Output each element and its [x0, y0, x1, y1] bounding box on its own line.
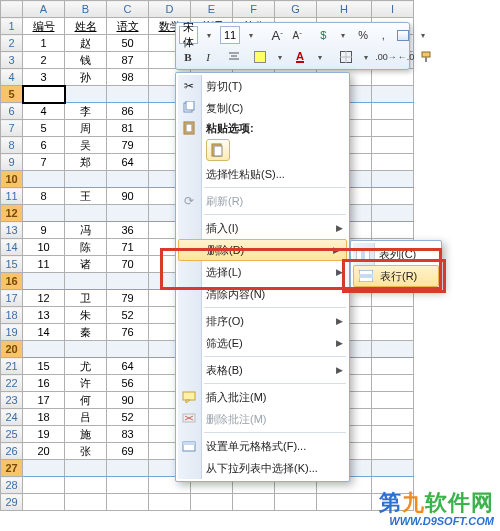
col-header-i[interactable]: I: [372, 1, 414, 18]
cell[interactable]: 81: [107, 120, 149, 137]
col-header-g[interactable]: G: [275, 1, 317, 18]
cell[interactable]: [372, 358, 414, 375]
row-header[interactable]: 3: [1, 52, 23, 69]
cell[interactable]: 钱: [65, 52, 107, 69]
cell[interactable]: [372, 409, 414, 426]
cell[interactable]: 5: [23, 120, 65, 137]
italic-button[interactable]: I: [199, 48, 217, 66]
cell[interactable]: 90: [107, 188, 149, 205]
cell[interactable]: 90: [107, 392, 149, 409]
cell[interactable]: [107, 273, 149, 290]
cell[interactable]: [65, 341, 107, 358]
row-header[interactable]: 11: [1, 188, 23, 205]
row-header[interactable]: 22: [1, 375, 23, 392]
cell[interactable]: [65, 494, 107, 511]
cell[interactable]: 79: [107, 290, 149, 307]
row-header[interactable]: 9: [1, 154, 23, 171]
submenu-table-columns[interactable]: 表列(C): [351, 243, 441, 265]
cell[interactable]: 2: [23, 52, 65, 69]
cell[interactable]: 83: [107, 426, 149, 443]
cell[interactable]: 赵: [65, 35, 107, 52]
row-header[interactable]: 20: [1, 341, 23, 358]
borders-button[interactable]: [337, 48, 355, 66]
cell[interactable]: 施: [65, 426, 107, 443]
ctx-format-cells[interactable]: 设置单元格格式(F)...: [176, 435, 349, 457]
row-header[interactable]: 5: [1, 86, 23, 103]
dropdown-icon[interactable]: ▾: [357, 48, 375, 66]
cell[interactable]: [372, 69, 414, 86]
col-header-d[interactable]: D: [149, 1, 191, 18]
row-header[interactable]: 21: [1, 358, 23, 375]
row-header[interactable]: 12: [1, 205, 23, 222]
accounting-format-button[interactable]: $: [314, 26, 332, 44]
ctx-select[interactable]: 选择(L) ▶: [176, 261, 349, 283]
row-header[interactable]: 6: [1, 103, 23, 120]
percent-button[interactable]: %: [354, 26, 372, 44]
cell[interactable]: 14: [23, 324, 65, 341]
cell[interactable]: 71: [107, 239, 149, 256]
cell[interactable]: 18: [23, 409, 65, 426]
cell[interactable]: 尤: [65, 358, 107, 375]
row-header[interactable]: 26: [1, 443, 23, 460]
cell[interactable]: [23, 171, 65, 188]
cell[interactable]: 8: [23, 188, 65, 205]
cell[interactable]: 语文: [107, 18, 149, 35]
increase-decimal-button[interactable]: .00→: [377, 48, 395, 66]
cell[interactable]: [372, 222, 414, 239]
dropdown-icon[interactable]: ▾: [334, 26, 352, 44]
cell[interactable]: [23, 477, 65, 494]
cell[interactable]: 冯: [65, 222, 107, 239]
cell[interactable]: 56: [107, 375, 149, 392]
cell[interactable]: 陈: [65, 239, 107, 256]
cell[interactable]: [372, 120, 414, 137]
cell[interactable]: [372, 171, 414, 188]
cell[interactable]: 52: [107, 409, 149, 426]
cell[interactable]: [65, 477, 107, 494]
cell[interactable]: [372, 103, 414, 120]
cell[interactable]: [191, 494, 233, 511]
cell[interactable]: [23, 341, 65, 358]
center-align-button[interactable]: [225, 48, 243, 66]
cell[interactable]: 98: [107, 69, 149, 86]
cell[interactable]: 11: [23, 256, 65, 273]
cell[interactable]: [23, 273, 65, 290]
cell[interactable]: [107, 494, 149, 511]
cell-styles-button[interactable]: [394, 26, 412, 44]
cell[interactable]: 1: [23, 35, 65, 52]
cell[interactable]: [372, 426, 414, 443]
cell[interactable]: [107, 86, 149, 103]
row-header[interactable]: 15: [1, 256, 23, 273]
decrease-decimal-button[interactable]: ←.0: [397, 48, 415, 66]
cell[interactable]: 6: [23, 137, 65, 154]
cell[interactable]: 17: [23, 392, 65, 409]
dropdown-icon[interactable]: ▾: [271, 48, 289, 66]
font-name-box[interactable]: 宋体: [179, 26, 198, 44]
bold-button[interactable]: B: [179, 48, 197, 66]
cell[interactable]: 诸: [65, 256, 107, 273]
cell[interactable]: 秦: [65, 324, 107, 341]
row-header[interactable]: 4: [1, 69, 23, 86]
cell[interactable]: 张: [65, 443, 107, 460]
cell[interactable]: [65, 460, 107, 477]
cell[interactable]: 7: [23, 154, 65, 171]
cell[interactable]: 19: [23, 426, 65, 443]
ctx-paste-special[interactable]: 选择性粘贴(S)...: [176, 163, 349, 185]
cell[interactable]: 吴: [65, 137, 107, 154]
cell[interactable]: 4: [23, 103, 65, 120]
cell[interactable]: [317, 494, 372, 511]
table-row[interactable]: 29: [1, 494, 414, 511]
cell[interactable]: 69: [107, 443, 149, 460]
cell[interactable]: [107, 341, 149, 358]
ctx-clear[interactable]: 清除内容(N): [176, 283, 349, 305]
row-header[interactable]: 18: [1, 307, 23, 324]
row-header[interactable]: 10: [1, 171, 23, 188]
cell[interactable]: [372, 307, 414, 324]
cell[interactable]: [65, 171, 107, 188]
font-name-dropdown-icon[interactable]: ▾: [200, 26, 218, 44]
cell[interactable]: 13: [23, 307, 65, 324]
grow-font-button[interactable]: Aˆ: [268, 26, 286, 44]
cell[interactable]: [107, 477, 149, 494]
cell[interactable]: [372, 375, 414, 392]
cell[interactable]: [372, 290, 414, 307]
fill-color-button[interactable]: [251, 48, 269, 66]
